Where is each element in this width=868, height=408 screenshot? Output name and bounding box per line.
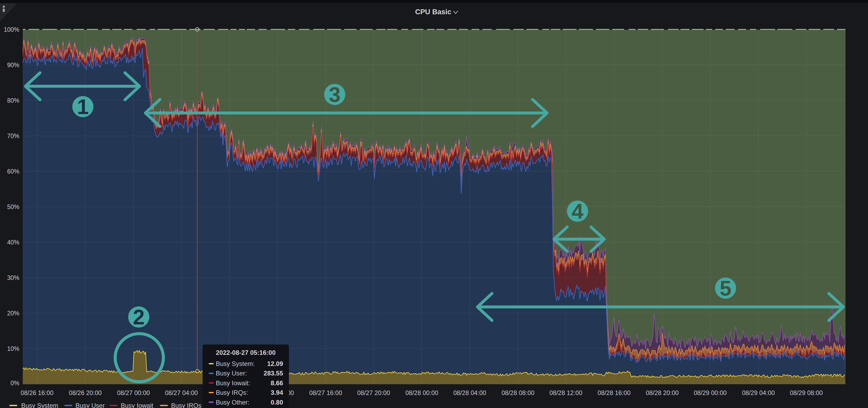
svg-text:08/28 00:00: 08/28 00:00 — [405, 389, 438, 396]
svg-text:Busy IRQs:: Busy IRQs: — [216, 389, 248, 396]
svg-text:08/27 20:00: 08/27 20:00 — [357, 389, 390, 396]
svg-text:283.55: 283.55 — [264, 370, 283, 377]
svg-text:40%: 40% — [7, 239, 19, 246]
svg-text:08/29 00:00: 08/29 00:00 — [694, 389, 726, 396]
svg-text:4: 4 — [572, 200, 584, 223]
svg-text:08/27 16:00: 08/27 16:00 — [309, 389, 342, 396]
svg-text:10%: 10% — [7, 345, 19, 352]
svg-text:08/28 20:00: 08/28 20:00 — [646, 389, 679, 396]
svg-text:1: 1 — [77, 95, 89, 118]
svg-text:30%: 30% — [7, 274, 19, 281]
svg-text:Busy User: Busy User — [75, 402, 105, 408]
svg-text:08/28 04:00: 08/28 04:00 — [453, 389, 486, 396]
svg-text:Busy User:: Busy User: — [216, 370, 247, 377]
svg-text:Busy Iowait:: Busy Iowait: — [216, 379, 250, 386]
svg-text:CPU Basic: CPU Basic — [415, 8, 452, 16]
svg-text:08/29 04:00: 08/29 04:00 — [742, 389, 775, 396]
svg-text:Busy System:: Busy System: — [216, 360, 255, 367]
svg-text:0%: 0% — [10, 380, 19, 386]
svg-text:60%: 60% — [7, 168, 19, 175]
svg-text:Busy Iowait: Busy Iowait — [121, 402, 153, 408]
svg-text:08/26 20:00: 08/26 20:00 — [69, 389, 102, 396]
svg-text:08/28 12:00: 08/28 12:00 — [550, 389, 582, 396]
svg-text:Busy Other:: Busy Other: — [216, 399, 249, 406]
svg-text:Busy System: Busy System — [21, 402, 58, 408]
svg-text:08/28 08:00: 08/28 08:00 — [501, 389, 534, 396]
svg-text:8.66: 8.66 — [271, 379, 283, 386]
svg-text:50%: 50% — [7, 203, 19, 210]
svg-text:08/27 04:00: 08/27 04:00 — [165, 389, 198, 396]
svg-text:08/28 16:00: 08/28 16:00 — [598, 389, 630, 396]
svg-text:08/29 08:00: 08/29 08:00 — [790, 389, 823, 396]
svg-text:Busy IRQs: Busy IRQs — [171, 402, 202, 408]
svg-text:5: 5 — [720, 276, 732, 300]
svg-text:80%: 80% — [7, 97, 19, 104]
svg-text:20%: 20% — [7, 310, 19, 317]
svg-text:100%: 100% — [4, 26, 19, 33]
svg-text:90%: 90% — [7, 62, 19, 69]
svg-text:2: 2 — [133, 305, 145, 329]
svg-text:08/27 00:00: 08/27 00:00 — [117, 389, 150, 396]
svg-text:0.80: 0.80 — [271, 399, 283, 406]
svg-text:3.94: 3.94 — [271, 389, 283, 396]
svg-text:3: 3 — [329, 83, 341, 106]
svg-text:70%: 70% — [7, 133, 19, 139]
svg-text:2022-08-27 05:16:00: 2022-08-27 05:16:00 — [216, 349, 276, 356]
svg-text:12.09: 12.09 — [267, 360, 283, 367]
svg-text:08/26 16:00: 08/26 16:00 — [21, 389, 54, 396]
